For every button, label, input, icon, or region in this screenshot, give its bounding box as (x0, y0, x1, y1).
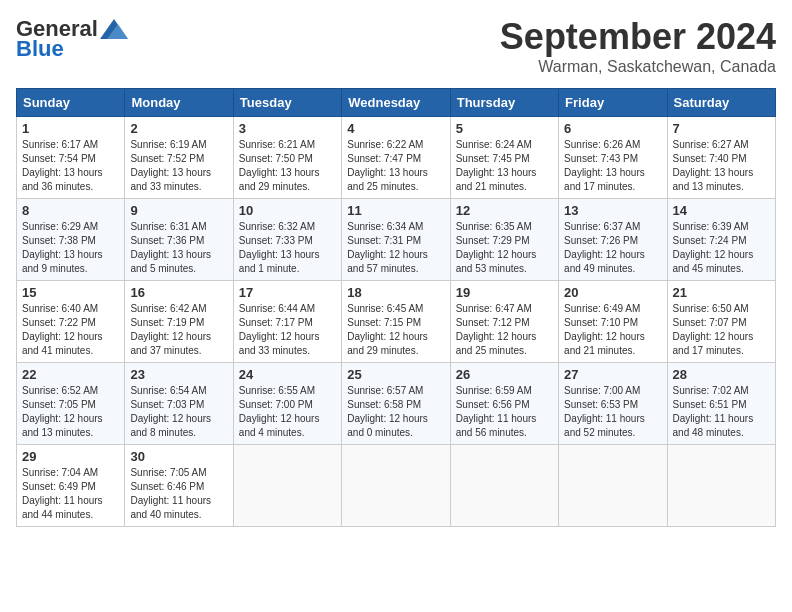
col-monday: Monday (125, 89, 233, 117)
calendar-row-3: 15 Sunrise: 6:40 AMSunset: 7:22 PMDaylig… (17, 281, 776, 363)
col-saturday: Saturday (667, 89, 775, 117)
day-cell-21: 21 Sunrise: 6:50 AMSunset: 7:07 PMDaylig… (667, 281, 775, 363)
empty-cell-3 (450, 445, 558, 527)
calendar-header-row: Sunday Monday Tuesday Wednesday Thursday… (17, 89, 776, 117)
day-cell-7: 7 Sunrise: 6:27 AMSunset: 7:40 PMDayligh… (667, 117, 775, 199)
day-cell-15: 15 Sunrise: 6:40 AMSunset: 7:22 PMDaylig… (17, 281, 125, 363)
day-cell-14: 14 Sunrise: 6:39 AMSunset: 7:24 PMDaylig… (667, 199, 775, 281)
day-cell-6: 6 Sunrise: 6:26 AMSunset: 7:43 PMDayligh… (559, 117, 667, 199)
day-cell-11: 11 Sunrise: 6:34 AMSunset: 7:31 PMDaylig… (342, 199, 450, 281)
day-cell-18: 18 Sunrise: 6:45 AMSunset: 7:15 PMDaylig… (342, 281, 450, 363)
day-cell-9: 9 Sunrise: 6:31 AMSunset: 7:36 PMDayligh… (125, 199, 233, 281)
location-title: Warman, Saskatchewan, Canada (500, 58, 776, 76)
title-block: September 2024 Warman, Saskatchewan, Can… (500, 16, 776, 76)
page-header: General Blue September 2024 Warman, Sask… (16, 16, 776, 76)
day-cell-3: 3 Sunrise: 6:21 AMSunset: 7:50 PMDayligh… (233, 117, 341, 199)
empty-cell-2 (342, 445, 450, 527)
day-cell-19: 19 Sunrise: 6:47 AMSunset: 7:12 PMDaylig… (450, 281, 558, 363)
day-cell-17: 17 Sunrise: 6:44 AMSunset: 7:17 PMDaylig… (233, 281, 341, 363)
logo-blue-text: Blue (16, 36, 64, 62)
day-cell-12: 12 Sunrise: 6:35 AMSunset: 7:29 PMDaylig… (450, 199, 558, 281)
empty-cell-4 (559, 445, 667, 527)
empty-cell-1 (233, 445, 341, 527)
col-thursday: Thursday (450, 89, 558, 117)
day-cell-26: 26 Sunrise: 6:59 AMSunset: 6:56 PMDaylig… (450, 363, 558, 445)
col-wednesday: Wednesday (342, 89, 450, 117)
calendar-row-4: 22 Sunrise: 6:52 AMSunset: 7:05 PMDaylig… (17, 363, 776, 445)
day-cell-8: 8 Sunrise: 6:29 AMSunset: 7:38 PMDayligh… (17, 199, 125, 281)
day-cell-13: 13 Sunrise: 6:37 AMSunset: 7:26 PMDaylig… (559, 199, 667, 281)
day-cell-2: 2 Sunrise: 6:19 AMSunset: 7:52 PMDayligh… (125, 117, 233, 199)
day-cell-28: 28 Sunrise: 7:02 AMSunset: 6:51 PMDaylig… (667, 363, 775, 445)
day-cell-4: 4 Sunrise: 6:22 AMSunset: 7:47 PMDayligh… (342, 117, 450, 199)
col-friday: Friday (559, 89, 667, 117)
day-cell-16: 16 Sunrise: 6:42 AMSunset: 7:19 PMDaylig… (125, 281, 233, 363)
day-cell-10: 10 Sunrise: 6:32 AMSunset: 7:33 PMDaylig… (233, 199, 341, 281)
col-sunday: Sunday (17, 89, 125, 117)
day-cell-20: 20 Sunrise: 6:49 AMSunset: 7:10 PMDaylig… (559, 281, 667, 363)
col-tuesday: Tuesday (233, 89, 341, 117)
empty-cell-5 (667, 445, 775, 527)
day-cell-22: 22 Sunrise: 6:52 AMSunset: 7:05 PMDaylig… (17, 363, 125, 445)
day-cell-24: 24 Sunrise: 6:55 AMSunset: 7:00 PMDaylig… (233, 363, 341, 445)
day-cell-5: 5 Sunrise: 6:24 AMSunset: 7:45 PMDayligh… (450, 117, 558, 199)
calendar-row-1: 1 Sunrise: 6:17 AMSunset: 7:54 PMDayligh… (17, 117, 776, 199)
calendar-table: Sunday Monday Tuesday Wednesday Thursday… (16, 88, 776, 527)
day-cell-23: 23 Sunrise: 6:54 AMSunset: 7:03 PMDaylig… (125, 363, 233, 445)
day-cell-25: 25 Sunrise: 6:57 AMSunset: 6:58 PMDaylig… (342, 363, 450, 445)
month-title: September 2024 (500, 16, 776, 58)
calendar-row-2: 8 Sunrise: 6:29 AMSunset: 7:38 PMDayligh… (17, 199, 776, 281)
day-cell-27: 27 Sunrise: 7:00 AMSunset: 6:53 PMDaylig… (559, 363, 667, 445)
day-cell-30: 30 Sunrise: 7:05 AMSunset: 6:46 PMDaylig… (125, 445, 233, 527)
day-cell-29: 29 Sunrise: 7:04 AMSunset: 6:49 PMDaylig… (17, 445, 125, 527)
logo-icon (100, 19, 128, 39)
day-cell-1: 1 Sunrise: 6:17 AMSunset: 7:54 PMDayligh… (17, 117, 125, 199)
logo: General Blue (16, 16, 128, 62)
calendar-row-5: 29 Sunrise: 7:04 AMSunset: 6:49 PMDaylig… (17, 445, 776, 527)
